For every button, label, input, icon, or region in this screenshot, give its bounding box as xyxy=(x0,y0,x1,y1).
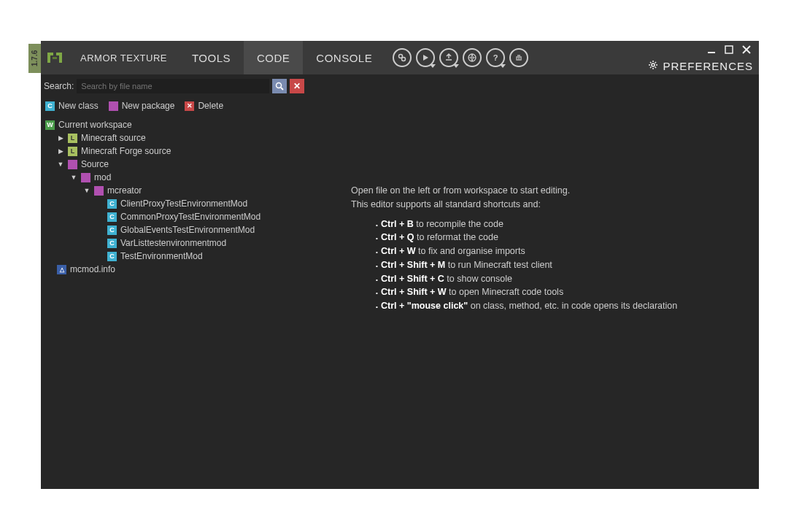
robot-button[interactable] xyxy=(509,48,528,67)
search-input[interactable] xyxy=(77,79,269,93)
folder-icon xyxy=(68,160,77,169)
export-button[interactable] xyxy=(439,48,458,67)
search-button[interactable] xyxy=(272,79,287,93)
tree-node-forge-source[interactable]: ▶LMinecraft Forge source xyxy=(45,144,304,158)
shortcut-key: Ctrl + Shift + W xyxy=(381,287,447,297)
svg-rect-6 xyxy=(517,55,520,56)
editor-placeholder: Open file on the left or from workspace … xyxy=(307,74,759,489)
shortcut-key: Ctrl + W xyxy=(381,246,416,256)
tab-console[interactable]: CONSOLE xyxy=(303,41,385,74)
lib-icon: L xyxy=(68,147,77,156)
svg-rect-10 xyxy=(725,46,733,53)
new-package-label: New package xyxy=(122,101,175,111)
gear-icon xyxy=(648,60,658,72)
editor-hint-1: Open file on the left or from workspace … xyxy=(351,184,744,198)
delete-button[interactable]: ✕Delete xyxy=(185,101,223,111)
lib-icon: L xyxy=(68,134,77,143)
maximize-button[interactable] xyxy=(722,44,736,55)
globe-button[interactable] xyxy=(463,48,482,67)
window-controls xyxy=(705,44,753,55)
preferences-button[interactable]: PREFERENCES xyxy=(648,60,753,72)
shortcut-key: Ctrl + Shift + M xyxy=(381,260,445,270)
tree-label: VarListtestenvironmentmod xyxy=(120,238,226,248)
search-label: Search: xyxy=(44,81,74,91)
tree-file[interactable]: CGlobalEventsTestEnvironmentMod xyxy=(45,223,304,236)
svg-point-8 xyxy=(520,58,521,59)
new-class-label: New class xyxy=(58,101,99,111)
delete-icon: ✕ xyxy=(185,101,194,111)
tree-file[interactable]: CClientProxyTestEnvironmentMod xyxy=(45,197,304,210)
shortcut-desc: to show console xyxy=(444,274,512,284)
svg-line-15 xyxy=(281,88,283,90)
build-button[interactable] xyxy=(393,48,412,67)
tab-tools[interactable]: TOOLS xyxy=(179,41,244,74)
tree-label: GlobalEventsTestEnvironmentMod xyxy=(120,225,255,235)
shortcut-key: Ctrl + "mouse click" xyxy=(381,301,468,311)
preferences-label: PREFERENCES xyxy=(663,60,753,72)
workspace-icon: W xyxy=(45,120,55,130)
chevron-right-icon: ▶ xyxy=(57,134,64,142)
tree-node-mod[interactable]: ▼mod xyxy=(45,171,304,184)
shortcut-key: Ctrl + B xyxy=(381,219,414,229)
tree-label: Current workspace xyxy=(58,120,132,130)
svg-text:?: ? xyxy=(493,53,498,62)
new-class-button[interactable]: CNew class xyxy=(45,101,99,111)
class-icon: C xyxy=(45,101,55,111)
main-window: 1.7.6 ARMOR TEXTURE TOOLS CODE CONSOLE ? xyxy=(41,41,759,489)
shortcut-item: Ctrl + B to recompile the code xyxy=(376,217,744,231)
app-logo-icon xyxy=(41,41,69,74)
svg-point-7 xyxy=(517,58,519,59)
help-button[interactable]: ? xyxy=(486,48,505,67)
tree-label: CommonProxyTestEnvironmentMod xyxy=(120,212,261,222)
chevron-down-icon: ▼ xyxy=(83,187,90,194)
shortcut-desc: to recompile the code xyxy=(414,219,503,229)
shortcut-item: Ctrl + "mouse click" on class, method, e… xyxy=(376,299,744,313)
tree-label: mcmod.info xyxy=(70,264,115,274)
shortcut-desc: to open Minecraft code tools xyxy=(447,287,564,297)
tree-node-mcreator[interactable]: ▼mcreator xyxy=(45,184,304,197)
tab-code[interactable]: CODE xyxy=(244,41,303,74)
close-button[interactable] xyxy=(740,44,753,55)
svg-point-13 xyxy=(652,63,655,66)
body: Search: ✕ CNew class New package ✕Delete… xyxy=(41,74,759,489)
class-icon: C xyxy=(107,199,117,209)
tree-label: mod xyxy=(94,172,111,182)
clear-search-button[interactable]: ✕ xyxy=(290,79,304,93)
svg-rect-0 xyxy=(53,57,57,59)
toolbar-icons: ? xyxy=(385,41,536,74)
new-package-button[interactable]: New package xyxy=(109,101,175,111)
folder-icon xyxy=(81,173,90,182)
chevron-right-icon: ▶ xyxy=(57,147,64,155)
minimize-button[interactable] xyxy=(705,44,718,55)
sidebar: Search: ✕ CNew class New package ✕Delete… xyxy=(41,74,307,489)
tree-root[interactable]: WCurrent workspace xyxy=(45,118,304,131)
tree-label: ClientProxyTestEnvironmentMod xyxy=(120,198,247,209)
action-row: CNew class New package ✕Delete xyxy=(44,98,304,118)
tab-armor-texture[interactable]: ARMOR TEXTURE xyxy=(69,41,179,74)
editor-hint-2: This editor supports all standard shortc… xyxy=(351,198,744,212)
folder-icon xyxy=(94,186,104,196)
tree-file-mcmod[interactable]: △mcmod.info xyxy=(45,263,304,276)
shortcut-item: Ctrl + W to fix and organise imports xyxy=(376,244,744,258)
shortcut-list: Ctrl + B to recompile the code Ctrl + Q … xyxy=(351,217,744,313)
tree-file[interactable]: CCommonProxyTestEnvironmentMod xyxy=(45,210,304,223)
tree-file[interactable]: CVarListtestenvironmentmod xyxy=(45,236,304,250)
shortcut-item: Ctrl + Shift + W to open Minecraft code … xyxy=(376,285,744,299)
shortcut-key: Ctrl + Q xyxy=(381,232,414,242)
class-icon: C xyxy=(107,239,117,248)
class-icon: C xyxy=(107,225,117,235)
search-row: Search: ✕ xyxy=(44,79,304,93)
shortcut-item: Ctrl + Q to reformat the code xyxy=(376,231,744,244)
tree-file[interactable]: CTestEnvironmentMod xyxy=(45,250,304,263)
tree-node-source[interactable]: ▼Source xyxy=(45,158,304,171)
run-button[interactable] xyxy=(416,48,435,67)
shortcut-key: Ctrl + Shift + C xyxy=(381,274,444,284)
delete-label: Delete xyxy=(198,101,223,111)
tree-label: mcreator xyxy=(107,185,142,196)
tree-label: Minecraft Forge source xyxy=(81,146,171,156)
tree-label: Source xyxy=(81,159,109,169)
info-icon: △ xyxy=(57,265,66,274)
titlebar: ARMOR TEXTURE TOOLS CODE CONSOLE ? PREFE… xyxy=(41,41,759,74)
class-icon: C xyxy=(107,252,117,261)
tree-node-minecraft-source[interactable]: ▶LMinecraft source xyxy=(45,131,304,144)
